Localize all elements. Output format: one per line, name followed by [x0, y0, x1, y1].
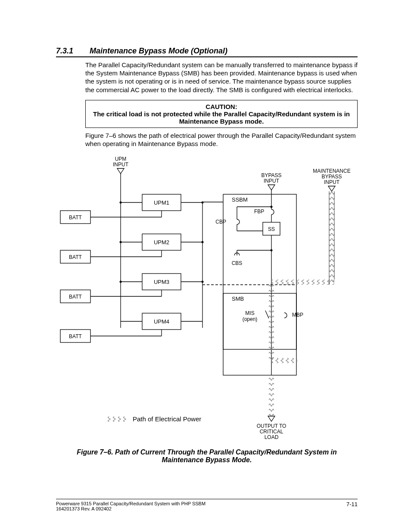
- mbp-label: MBP: [292, 312, 303, 318]
- caution-head: CAUTION:: [90, 103, 353, 110]
- mis-label: MIS: [245, 310, 254, 316]
- maint-input-l2: BYPASS: [321, 174, 342, 180]
- svg-rect-64: [108, 417, 128, 422]
- upm-group: UPM1 BATT UPM2 BATT: [60, 194, 204, 342]
- ssbm-label: SSBM: [232, 196, 248, 203]
- svg-rect-61: [269, 375, 274, 416]
- output-l2: CRITICAL: [260, 429, 283, 435]
- bypass-input-l2: INPUT: [264, 178, 280, 184]
- paragraph-2: Figure 7–6 shows the path of electrical …: [85, 131, 358, 148]
- section-title: Maintenance Bypass Mode (Optional): [90, 47, 227, 55]
- upm-input-l1: UPM: [115, 156, 127, 162]
- maint-input-l3: INPUT: [324, 179, 340, 185]
- figure-caption: Figure 7–6. Path of Current Through the …: [56, 448, 358, 464]
- section-number: 7.3.1: [56, 47, 90, 56]
- svg-point-43: [202, 281, 204, 283]
- upm-input-l2: INPUT: [113, 162, 129, 168]
- cbp-label: CBP: [215, 219, 226, 225]
- output-l3: LOAD: [265, 434, 279, 440]
- footer: Powerware 9315 Parallel Capacity/Redunda…: [56, 499, 358, 511]
- footer-line2: 164201373 Rev. A 092402: [56, 506, 206, 511]
- svg-point-25: [120, 202, 122, 204]
- svg-rect-58: [269, 285, 274, 349]
- mis-open-label: (open): [243, 316, 258, 322]
- upm1-label: UPM1: [154, 199, 169, 206]
- smb-label: SMB: [232, 296, 244, 302]
- svg-point-27: [202, 202, 204, 204]
- upm2-label: UPM2: [154, 239, 169, 246]
- batt3-label: BATT: [69, 294, 82, 300]
- fbp-label: FBP: [254, 208, 264, 215]
- batt1-label: BATT: [69, 215, 82, 221]
- legend-label: Path of Electrical Power: [133, 415, 201, 423]
- paragraph-1: The Parallel Capacity/Redundant system c…: [85, 61, 358, 94]
- svg-rect-57: [271, 280, 334, 285]
- svg-rect-60: [271, 358, 297, 363]
- svg-point-35: [202, 241, 204, 243]
- diagram: UPM INPUT BYPASS INPUT MAINTENANCE BYPAS…: [56, 156, 358, 442]
- footer-line1: Powerware 9315 Parallel Capacity/Redunda…: [56, 501, 206, 506]
- svg-point-41: [120, 281, 122, 283]
- caution-box: CAUTION: The critical load is not protec…: [85, 100, 358, 128]
- svg-line-54: [265, 311, 269, 318]
- output-l1: OUTPUT TO: [257, 423, 286, 429]
- batt4-label: BATT: [69, 333, 82, 339]
- svg-point-33: [120, 241, 122, 243]
- page-number: 7-11: [346, 501, 358, 507]
- caution-body: The critical load is not protected while…: [90, 110, 353, 125]
- maint-input-l1: MAINTENANCE: [313, 168, 350, 174]
- upm3-label: UPM3: [154, 279, 169, 285]
- upm4-label: UPM4: [154, 318, 169, 325]
- ss-label: SS: [268, 226, 275, 232]
- cbs-label: CBS: [232, 260, 243, 266]
- bypass-input-l1: BYPASS: [261, 172, 281, 178]
- section-heading: 7.3.1Maintenance Bypass Mode (Optional): [56, 47, 358, 57]
- batt2-label: BATT: [69, 254, 82, 260]
- svg-rect-56: [329, 191, 334, 282]
